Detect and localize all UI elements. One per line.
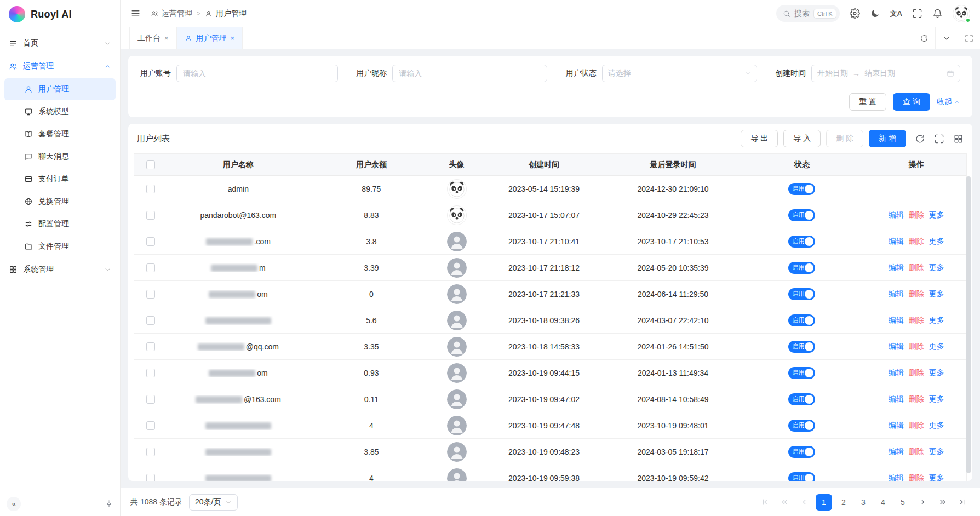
edit-link[interactable]: 编辑	[889, 263, 904, 273]
status-toggle[interactable]: 启用	[788, 236, 815, 248]
global-search[interactable]: 搜索 Ctrl K	[776, 5, 840, 22]
edit-link[interactable]: 编辑	[889, 368, 904, 378]
more-link[interactable]: 更多	[929, 447, 944, 457]
row-checkbox[interactable]	[146, 342, 155, 351]
prev-page-button[interactable]	[796, 494, 812, 511]
row-checkbox[interactable]	[146, 290, 155, 299]
status-toggle[interactable]: 启用	[788, 446, 815, 458]
page-2-button[interactable]: 2	[835, 494, 852, 511]
row-checkbox[interactable]	[146, 369, 155, 377]
fullscreen-table-icon[interactable]	[934, 134, 944, 144]
status-toggle[interactable]: 启用	[788, 472, 815, 481]
user-status-select[interactable]: 请选择	[602, 65, 757, 82]
edit-link[interactable]: 编辑	[889, 316, 904, 325]
row-checkbox[interactable]	[146, 395, 155, 404]
edit-link[interactable]: 编辑	[889, 210, 904, 220]
row-checkbox[interactable]	[146, 185, 155, 193]
page-5-button[interactable]: 5	[895, 494, 911, 511]
sidebar-item-file-management[interactable]: 文件管理	[4, 236, 116, 257]
delete-link[interactable]: 删除	[909, 368, 924, 378]
edit-link[interactable]: 编辑	[889, 237, 904, 246]
delete-link[interactable]: 删除	[909, 237, 924, 246]
sidebar-item-config-management[interactable]: 配置管理	[4, 213, 116, 235]
user-account-input[interactable]	[176, 65, 338, 82]
status-toggle[interactable]: 启用	[788, 314, 815, 326]
first-page-button[interactable]	[757, 494, 773, 511]
row-checkbox[interactable]	[146, 474, 155, 481]
edit-link[interactable]: 编辑	[889, 289, 904, 299]
user-avatar-button[interactable]	[953, 5, 970, 22]
refresh-table-icon[interactable]	[915, 134, 925, 144]
status-toggle[interactable]: 启用	[788, 183, 815, 195]
column-settings-icon[interactable]	[953, 134, 964, 144]
status-toggle[interactable]: 启用	[788, 262, 815, 274]
row-checkbox[interactable]	[146, 211, 155, 220]
status-toggle[interactable]: 启用	[788, 341, 815, 353]
delete-link[interactable]: 删除	[909, 210, 924, 220]
more-link[interactable]: 更多	[929, 316, 944, 325]
sidebar-item-exchange-management[interactable]: 兑换管理	[4, 191, 116, 213]
delete-link[interactable]: 删除	[909, 316, 924, 325]
more-link[interactable]: 更多	[929, 394, 944, 404]
edit-link[interactable]: 编辑	[889, 473, 904, 481]
more-link[interactable]: 更多	[929, 210, 944, 220]
import-button[interactable]: 导 入	[783, 130, 821, 147]
sidebar-item-system-model[interactable]: 系统模型	[4, 101, 116, 123]
page-4-button[interactable]: 4	[875, 494, 891, 511]
user-nickname-input[interactable]	[392, 65, 547, 82]
delete-link[interactable]: 删除	[909, 263, 924, 273]
delete-link[interactable]: 删除	[909, 289, 924, 299]
more-link[interactable]: 更多	[929, 289, 944, 299]
select-all-checkbox[interactable]	[146, 160, 155, 169]
search-button[interactable]: 查 询	[893, 93, 930, 111]
more-link[interactable]: 更多	[929, 263, 944, 273]
more-link[interactable]: 更多	[929, 421, 944, 431]
edit-link[interactable]: 编辑	[889, 421, 904, 431]
sidebar-item-home[interactable]: 首页	[0, 32, 120, 55]
close-icon[interactable]: ×	[231, 35, 235, 42]
app-logo[interactable]: Ruoyi AI	[0, 0, 120, 28]
more-link[interactable]: 更多	[929, 342, 944, 352]
row-checkbox[interactable]	[146, 448, 155, 456]
sidebar-item-system-management[interactable]: 系统管理	[0, 258, 120, 281]
more-link[interactable]: 更多	[929, 473, 944, 481]
sidebar-item-package-management[interactable]: 套餐管理	[4, 123, 116, 145]
row-checkbox[interactable]	[146, 421, 155, 430]
last-page-button[interactable]	[954, 494, 970, 511]
sidebar-item-user-management[interactable]: 用户管理	[4, 78, 116, 100]
delete-link[interactable]: 删除	[909, 421, 924, 431]
settings-gear-icon[interactable]	[850, 8, 860, 19]
delete-link[interactable]: 删除	[909, 473, 924, 481]
page-size-select[interactable]: 20条/页	[189, 494, 238, 511]
status-toggle[interactable]: 启用	[788, 367, 815, 379]
notifications-bell-icon[interactable]	[932, 8, 943, 19]
language-translate-icon[interactable]: 文A	[890, 10, 902, 17]
reset-button[interactable]: 重 置	[849, 93, 886, 111]
collapse-filter-link[interactable]: 收起	[937, 97, 960, 107]
page-1-button[interactable]: 1	[816, 494, 832, 511]
sidebar-item-operations[interactable]: 运营管理	[0, 55, 120, 78]
sidebar-item-chat-messages[interactable]: 聊天消息	[4, 146, 116, 168]
sidebar-collapse-button[interactable]: «	[7, 497, 21, 511]
page-3-button[interactable]: 3	[855, 494, 872, 511]
tab-user-management[interactable]: 用户管理 ×	[177, 27, 243, 49]
sidebar-item-payment-orders[interactable]: 支付订单	[4, 168, 116, 190]
pin-icon[interactable]	[105, 500, 113, 508]
delete-button[interactable]: 删 除	[826, 130, 863, 147]
tab-workbench[interactable]: 工作台 ×	[129, 27, 177, 49]
close-icon[interactable]: ×	[164, 35, 169, 42]
row-checkbox[interactable]	[146, 237, 155, 246]
edit-link[interactable]: 编辑	[889, 394, 904, 404]
row-checkbox[interactable]	[146, 263, 155, 272]
hamburger-menu-icon[interactable]	[130, 8, 141, 19]
status-toggle[interactable]: 启用	[788, 393, 815, 405]
status-toggle[interactable]: 启用	[788, 420, 815, 432]
prev-5-pages-button[interactable]	[776, 494, 793, 511]
export-button[interactable]: 导 出	[741, 130, 778, 147]
more-link[interactable]: 更多	[929, 237, 944, 246]
edit-link[interactable]: 编辑	[889, 342, 904, 352]
created-time-range-picker[interactable]: 开始日期 → 结束日期	[811, 65, 960, 82]
table-scrollbar[interactable]	[966, 176, 971, 473]
delete-link[interactable]: 删除	[909, 394, 924, 404]
tab-menu-button[interactable]	[935, 27, 958, 49]
